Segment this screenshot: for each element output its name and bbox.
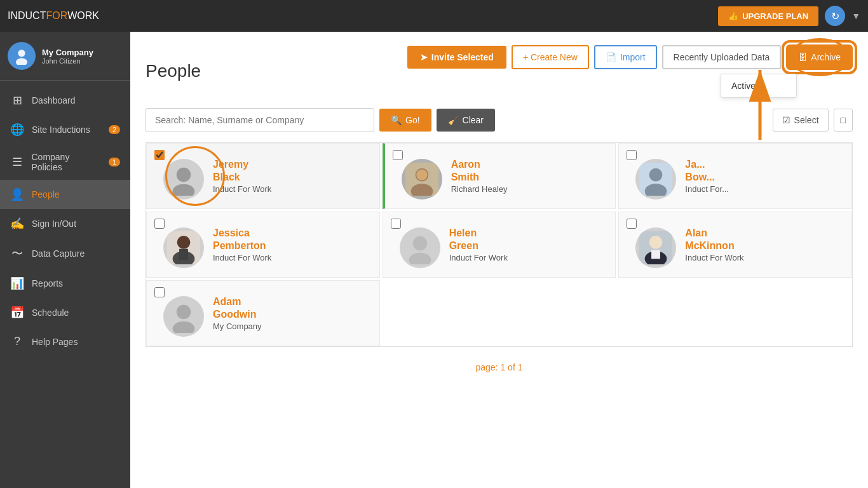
person-card-aaron-smith: AaronSmith Richard Healey — [383, 143, 616, 209]
person-name-helen-green: HelenGreen — [449, 227, 606, 251]
header-button-row: ➤ Invite Selected + Create New 📄 Import … — [407, 44, 853, 70]
recently-uploaded-label: Recently Uploaded Data — [674, 52, 770, 62]
person-name-jeremy-black: JeremyBlack — [213, 158, 369, 182]
page-title: People — [146, 61, 201, 81]
dashboard-icon: ⊞ — [10, 93, 24, 107]
company-name: My Company — [42, 48, 93, 57]
svg-point-0 — [18, 50, 25, 57]
select-label: Select — [794, 115, 819, 125]
person-card-partial: Ja...Bow... Induct For... — [618, 143, 852, 209]
site-inductions-icon: 🌐 — [10, 123, 24, 137]
sidebar-item-people[interactable]: 👤 People — [0, 180, 130, 209]
invite-icon: ➤ — [420, 52, 428, 62]
sidebar-item-help-pages[interactable]: ? Help Pages — [0, 327, 130, 356]
profile-text: My Company John Citizen — [42, 48, 93, 65]
person-info-partial: Ja...Bow... Induct For... — [685, 158, 841, 193]
person-company-jeremy-black: Induct For Work — [213, 184, 369, 194]
person-name-alan-mckinnon: AlanMcKinnon — [685, 227, 841, 251]
svg-point-9 — [649, 168, 663, 182]
invite-selected-button[interactable]: ➤ Invite Selected — [407, 46, 506, 69]
person-company-aaron-smith: Richard Healey — [451, 184, 606, 194]
person-avatar-alan-mckinnon — [635, 227, 676, 268]
search-icon: 🔍 — [391, 115, 402, 125]
archive-button[interactable]: 🗄 Archive — [786, 44, 853, 70]
logo-induct: INDUCT — [8, 10, 46, 22]
person-card-alan-mckinnon: AlanMcKinnon Induct For Work — [618, 212, 852, 278]
svg-point-21 — [177, 305, 191, 320]
person-checkbox-alan-mckinnon[interactable] — [627, 219, 637, 229]
clear-icon: 🧹 — [448, 115, 459, 125]
search-row: 🔍 Go! 🧹 Clear ☑ Select □ — [146, 108, 853, 132]
person-card-jeremy-black: JeremyBlack Induct For Work — [146, 143, 380, 209]
username: John Citizen — [42, 57, 93, 65]
person-card-jessica-pemberton: JessicaPemberton Induct For Work — [146, 212, 380, 278]
import-button[interactable]: 📄 Import — [594, 45, 657, 69]
archive-wrapper: 🗄 Archive — [786, 44, 853, 70]
top-nav-dropdown-arrow[interactable]: ▼ — [851, 11, 860, 21]
person-name-adam-goodwin: AdamGoodwin — [213, 295, 369, 320]
sidebar-label-schedule: Schedule — [32, 308, 69, 318]
help-pages-icon: ? — [10, 335, 24, 348]
sidebar-label-company-policies: Company Policies — [31, 152, 100, 172]
svg-point-1 — [16, 58, 27, 65]
deselect-button[interactable]: □ — [834, 109, 853, 132]
sidebar-label-site-inductions: Site Inductions — [32, 125, 90, 135]
person-info-jessica-pemberton: JessicaPemberton Induct For Work — [213, 227, 369, 262]
search-input[interactable] — [146, 108, 374, 132]
sidebar-item-reports[interactable]: 📊 Reports — [0, 269, 130, 298]
person-checkbox-adam-goodwin[interactable] — [154, 287, 165, 297]
person-checkbox-partial[interactable] — [627, 150, 637, 160]
person-checkbox-helen-green[interactable] — [391, 219, 401, 229]
active-option[interactable]: Active — [721, 74, 796, 97]
sidebar-item-sign-in-out[interactable]: ✍ Sign In/Out — [0, 209, 130, 238]
person-card-adam-goodwin: AdamGoodwin My Company — [146, 280, 380, 346]
person-checkbox-jessica-pemberton[interactable] — [154, 219, 165, 229]
data-capture-icon: 〜 — [10, 246, 24, 261]
svg-rect-20 — [651, 250, 660, 259]
select-button[interactable]: ☑ Select — [773, 109, 829, 132]
sidebar-item-dashboard[interactable]: ⊞ Dashboard — [0, 86, 130, 115]
person-avatar-partial — [635, 159, 676, 200]
user-nav-icon[interactable]: ↻ — [825, 6, 845, 26]
clear-button[interactable]: 🧹 Clear — [437, 109, 495, 132]
main-layout: My Company John Citizen ⊞ Dashboard 🌐 Si… — [0, 32, 868, 488]
sidebar-profile: My Company John Citizen — [0, 32, 130, 81]
person-checkbox-jeremy-black[interactable] — [154, 150, 165, 160]
create-new-button[interactable]: + Create New — [512, 45, 589, 69]
person-info-helen-green: HelenGreen Induct For Work — [449, 227, 606, 262]
status-dropdown[interactable]: Active — [721, 74, 797, 98]
people-grid: JeremyBlack Induct For Work — [146, 142, 853, 347]
logo-for: FOR — [46, 10, 67, 22]
upgrade-label: UPGRADE PLAN — [742, 11, 808, 21]
go-button[interactable]: 🔍 Go! — [379, 109, 431, 132]
sidebar-item-data-capture[interactable]: 〜 Data Capture — [0, 238, 130, 269]
upgrade-plan-button[interactable]: 👍 UPGRADE PLAN — [718, 6, 818, 26]
person-avatar-aaron-smith — [402, 159, 442, 200]
person-company-alan-mckinnon: Induct For Work — [685, 253, 841, 262]
person-name-aaron-smith: AaronSmith — [451, 158, 606, 182]
svg-point-7 — [416, 169, 427, 180]
person-company-adam-goodwin: My Company — [213, 322, 369, 331]
company-policies-badge: 1 — [109, 158, 120, 166]
select-checkbox-icon: ☑ — [782, 115, 790, 125]
person-checkbox-aaron-smith[interactable] — [393, 150, 403, 160]
person-avatar-helen-green — [400, 227, 440, 268]
svg-point-3 — [173, 184, 195, 196]
sign-in-out-icon: ✍ — [10, 217, 24, 231]
import-icon: 📄 — [606, 52, 616, 62]
avatar — [8, 42, 36, 70]
logo: INDUCT FOR WORK — [8, 10, 99, 22]
person-company-partial: Induct For... — [685, 184, 841, 194]
person-card-helen-green: HelenGreen Induct For Work — [383, 212, 616, 278]
svg-point-12 — [177, 236, 191, 249]
reports-icon: 📊 — [10, 276, 24, 290]
sidebar-item-company-policies[interactable]: ☰ Company Policies 1 — [0, 144, 130, 180]
search-right: ☑ Select □ — [773, 109, 853, 132]
person-name-jessica-pemberton: JessicaPemberton — [213, 227, 369, 251]
sidebar-item-schedule[interactable]: 📅 Schedule — [0, 298, 130, 327]
recently-uploaded-button[interactable]: Recently Uploaded Data — [662, 45, 782, 69]
top-nav-actions: 👍 UPGRADE PLAN ↻ ▼ — [718, 6, 860, 26]
sidebar-navigation: ⊞ Dashboard 🌐 Site Inductions 2 ☰ Compan… — [0, 81, 130, 488]
logo-work: WORK — [67, 10, 99, 22]
sidebar-item-site-inductions[interactable]: 🌐 Site Inductions 2 — [0, 115, 130, 144]
